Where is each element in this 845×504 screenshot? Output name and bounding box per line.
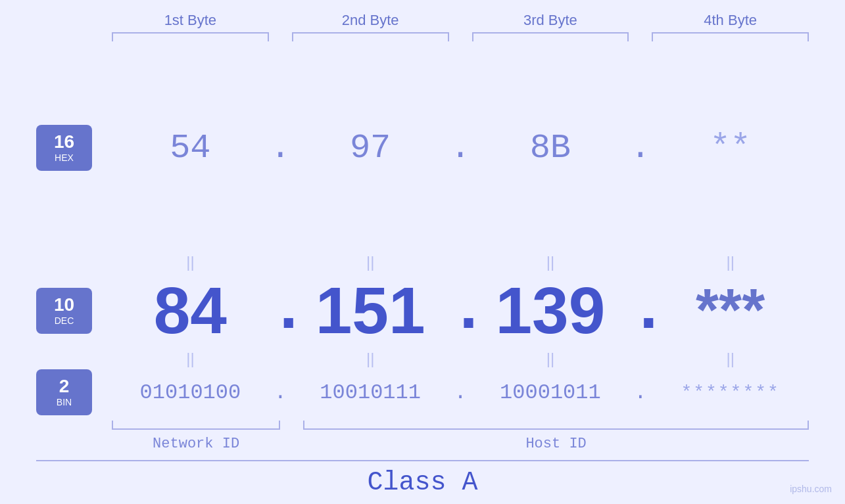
dec-badge: 10 DEC xyxy=(36,288,92,334)
eq-5: || xyxy=(112,350,269,368)
hex-val-2: 97 xyxy=(292,129,449,168)
hex-badge: 16 HEX xyxy=(36,125,92,171)
eq-6: || xyxy=(292,350,449,368)
top-bracket-2 xyxy=(292,32,449,41)
equals-row-2: || || || || xyxy=(36,348,809,369)
bin-badge: 2 BIN xyxy=(36,369,92,415)
class-row: Class A xyxy=(36,460,809,497)
top-bracket-1 xyxy=(112,32,269,41)
dot-bin-2: . xyxy=(449,380,472,405)
dec-row: 10 DEC 84 . 151 . 139 . *** xyxy=(36,273,809,348)
bot-bracket-host xyxy=(303,421,809,430)
hex-row: 16 HEX 54 . 97 . 8B . ** xyxy=(36,44,809,252)
eq-3: || xyxy=(472,253,629,271)
bin-val-4: ******** xyxy=(652,382,809,403)
dot-hex-2: . xyxy=(449,129,472,168)
bin-val-2: 10010111 xyxy=(292,380,449,405)
dot-bin-1: . xyxy=(269,380,292,405)
network-id-label: Network ID xyxy=(112,436,280,452)
dot-dec-1: . xyxy=(269,273,292,348)
dec-val-2: 151 xyxy=(292,273,449,348)
dec-val-4: *** xyxy=(652,277,809,344)
eq-8: || xyxy=(652,350,809,368)
top-brackets-row xyxy=(36,32,809,44)
eq-7: || xyxy=(472,350,629,368)
bin-val-3: 10001011 xyxy=(472,380,629,405)
byte-label-4: 4th Byte xyxy=(652,12,809,29)
dec-val-3: 139 xyxy=(472,273,629,348)
hex-val-1: 54 xyxy=(112,129,269,168)
bin-row: 2 BIN 01010100 . 10010111 . 10001011 . *… xyxy=(36,369,809,415)
eq-4: || xyxy=(652,253,809,271)
main-layout: 1st Byte 2nd Byte 3rd Byte 4th Byte 16 xyxy=(0,0,845,504)
top-bracket-4 xyxy=(652,32,809,41)
dot-dec-2: . xyxy=(449,273,472,348)
equals-row-1: || || || || xyxy=(36,252,809,273)
bottom-brackets-row xyxy=(36,421,809,432)
dec-val-1: 84 xyxy=(112,273,269,348)
class-label: Class A xyxy=(367,468,477,497)
bot-bracket-network xyxy=(112,421,280,430)
top-bracket-3 xyxy=(472,32,629,41)
byte-label-3: 3rd Byte xyxy=(472,12,629,29)
byte-label-1: 1st Byte xyxy=(112,12,269,29)
dot-hex-1: . xyxy=(269,129,292,168)
watermark: ipshu.com xyxy=(790,484,832,494)
byte-labels-row: 1st Byte 2nd Byte 3rd Byte 4th Byte xyxy=(36,12,809,29)
eq-1: || xyxy=(112,253,269,271)
dot-bin-3: . xyxy=(629,380,652,405)
host-id-label: Host ID xyxy=(303,436,809,452)
byte-label-2: 2nd Byte xyxy=(292,12,449,29)
dot-hex-3: . xyxy=(629,129,652,168)
hex-val-3: 8B xyxy=(472,129,629,168)
hex-val-4: ** xyxy=(652,129,809,168)
bin-val-1: 01010100 xyxy=(112,380,269,405)
id-labels-row: Network ID Host ID xyxy=(36,436,809,452)
eq-2: || xyxy=(292,253,449,271)
dot-dec-3: . xyxy=(629,273,652,348)
